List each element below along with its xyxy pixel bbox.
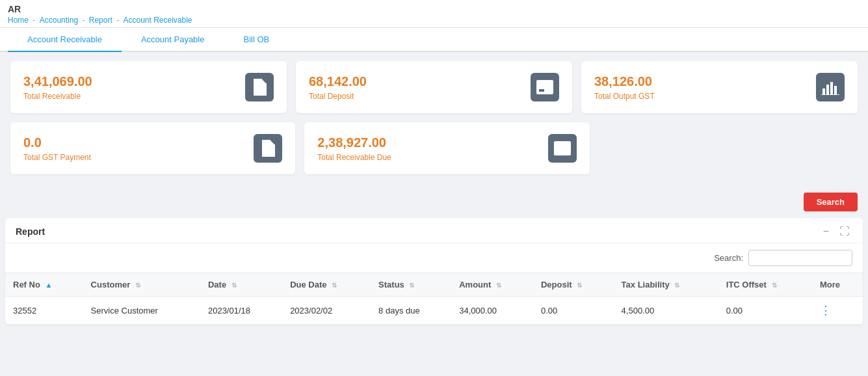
total-gst-payment-label: Total GST Payment: [23, 153, 91, 162]
card-total-output-gst: 38,126.00 Total Output GST: [581, 61, 858, 113]
total-output-gst-label: Total Output GST: [594, 92, 655, 101]
search-btn-row: Search: [0, 193, 868, 218]
total-output-gst-value: 38,126.00: [594, 74, 655, 89]
report-header: Report − ⛶: [5, 218, 863, 243]
breadcrumb-accounting[interactable]: Accounting: [40, 16, 78, 25]
total-receivable-due-label: Total Receivable Due: [317, 153, 391, 162]
page-title: AR: [8, 4, 860, 14]
svg-rect-6: [830, 82, 833, 95]
sort-asc-icon: ▲: [46, 281, 53, 289]
svg-rect-1: [536, 80, 553, 84]
sort-arrows-date: ⇅: [231, 282, 237, 289]
search-label: Search:: [714, 253, 743, 263]
col-date: Date ⇅: [200, 273, 282, 297]
total-receivable-due-value: 2,38,927.00: [317, 135, 391, 150]
sort-arrows-tax: ⇅: [674, 282, 679, 289]
tab-account-payable[interactable]: Account Payable: [122, 28, 224, 51]
card-total-receivable-due: 2,38,927.00 Total Receivable Due: [304, 122, 589, 174]
sort-arrows-amount: ⇅: [496, 282, 501, 289]
total-receivable-value: 3,41,069.00: [23, 74, 92, 89]
breadcrumb-ar[interactable]: Account Receivable: [123, 16, 192, 25]
svg-rect-5: [826, 85, 829, 95]
cards-section: 3,41,069.00 Total Receivable 68,142.00 T…: [0, 52, 868, 193]
sort-arrows-due-date: ⇅: [332, 282, 337, 289]
search-button[interactable]: Search: [804, 193, 858, 211]
more-dots-icon[interactable]: ⋮: [820, 304, 832, 317]
card-spacer: [599, 122, 858, 174]
report-controls: − ⛶: [821, 226, 852, 237]
sort-arrows-itc: ⇅: [772, 282, 777, 289]
more-options-button[interactable]: ⋮: [812, 297, 863, 325]
report-section: Report − ⛶ Search: Ref No ▲ Customer ⇅ D…: [5, 218, 863, 325]
svg-rect-9: [554, 144, 571, 155]
chart-icon: [816, 73, 845, 101]
tab-bill-ob[interactable]: Bill OB: [224, 28, 289, 51]
col-due-date: Due Date ⇅: [282, 273, 371, 297]
col-ref-no: Ref No ▲: [5, 273, 83, 297]
card-total-deposit: 68,142.00 Total Deposit: [296, 61, 572, 113]
sort-arrows-deposit: ⇅: [577, 282, 582, 289]
header: AR Home - Accounting - Report - Account …: [0, 0, 868, 28]
total-gst-payment-value: 0.0: [23, 135, 91, 150]
table-search-input[interactable]: [748, 250, 852, 266]
col-customer: Customer ⇅: [83, 273, 200, 297]
expand-button[interactable]: ⛶: [837, 226, 852, 237]
card-total-receivable: 3,41,069.00 Total Receivable: [10, 61, 287, 113]
breadcrumb-home[interactable]: Home: [8, 16, 29, 25]
minimize-button[interactable]: −: [821, 226, 832, 237]
col-more: More: [812, 273, 863, 297]
breadcrumb-report[interactable]: Report: [89, 16, 112, 25]
sort-arrows-customer: ⇅: [135, 282, 140, 289]
col-status: Status ⇅: [371, 273, 451, 297]
svg-rect-4: [822, 88, 825, 95]
col-itc-offset: ITC Offset ⇅: [718, 273, 812, 297]
total-receivable-label: Total Receivable: [23, 92, 92, 101]
svg-rect-7: [834, 86, 837, 95]
total-deposit-value: 68,142.00: [309, 74, 367, 89]
report-table: Ref No ▲ Customer ⇅ Date ⇅ Due Date ⇅ St…: [5, 273, 863, 325]
table-toolbar: Search:: [5, 243, 863, 273]
sort-arrows-status: ⇅: [409, 282, 414, 289]
cards-row-1: 3,41,069.00 Total Receivable 68,142.00 T…: [10, 61, 858, 113]
report-title: Report: [16, 226, 45, 237]
table-header-row: Ref No ▲ Customer ⇅ Date ⇅ Due Date ⇅ St…: [5, 273, 863, 297]
document-icon: [245, 73, 274, 101]
total-deposit-label: Total Deposit: [309, 92, 367, 101]
table-row: 32552Service Customer2023/01/182023/02/0…: [5, 297, 863, 325]
deposit-icon: [531, 73, 559, 101]
svg-rect-2: [539, 89, 544, 92]
svg-rect-0: [536, 83, 553, 94]
breadcrumb: Home - Accounting - Report - Account Rec…: [8, 16, 860, 25]
deposit-icon-2: [548, 134, 577, 163]
col-tax-liability: Tax Liability ⇅: [614, 273, 718, 297]
card-total-gst-payment: 0.0 Total GST Payment: [10, 122, 295, 174]
cards-row-2: 0.0 Total GST Payment 2,38,927.00 Total …: [10, 122, 858, 174]
tabs: Account Receivable Account Payable Bill …: [0, 28, 868, 52]
col-deposit: Deposit ⇅: [533, 273, 614, 297]
document-icon-2: [254, 134, 282, 163]
col-amount: Amount ⇅: [451, 273, 533, 297]
svg-rect-10: [554, 141, 571, 145]
tab-account-receivable[interactable]: Account Receivable: [8, 28, 122, 51]
